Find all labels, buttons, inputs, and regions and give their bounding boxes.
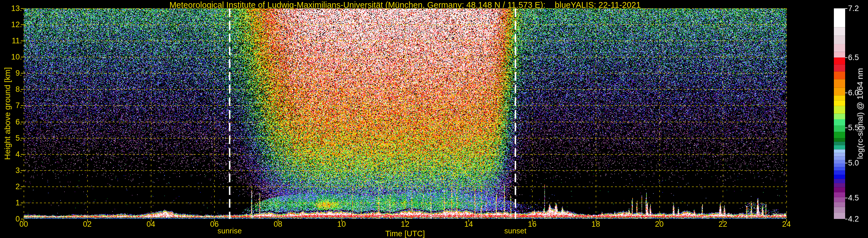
x-tick-label: 00 <box>14 220 33 228</box>
y-tick-label: 12. <box>0 20 22 29</box>
x-tick-label: 02 <box>78 220 97 228</box>
x-tick-label: 06 <box>205 220 224 228</box>
x-tick-label: 14 <box>459 220 478 228</box>
y-tick-label: 13. <box>0 4 22 13</box>
colorbar-tick-label: 7.2 <box>848 4 859 13</box>
x-axis-title: Time [UTC] <box>24 229 786 238</box>
y-tick-label: 3. <box>0 166 22 175</box>
x-tick-label: 12 <box>396 220 414 228</box>
colorbar-title: log(rc-signal) @ 1064 nm <box>856 68 865 159</box>
x-tick-label: 20 <box>650 220 669 228</box>
lidar-quicklook-page: Meteorological Institute of Ludwig-Maxim… <box>0 0 868 238</box>
x-tick-label: 08 <box>269 220 287 228</box>
y-tick-label: 2. <box>0 182 22 191</box>
colorbar-tick-label: 6.0 <box>848 89 859 97</box>
x-tick-label: 16 <box>523 220 541 228</box>
x-tick-label: 22 <box>714 220 732 228</box>
y-tick-label: 8. <box>0 85 22 94</box>
x-tick-label: 24 <box>777 220 796 228</box>
y-tick-label: 10. <box>0 53 22 61</box>
y-tick-label: 4. <box>0 150 22 159</box>
y-tick-label: 6. <box>0 117 22 126</box>
lidar-heatmap-canvas <box>0 0 868 238</box>
x-tick-label: 04 <box>142 220 160 228</box>
y-tick-label: 9. <box>0 69 22 77</box>
y-axis-title: Height above ground [km] <box>3 67 12 160</box>
page-title: Meteorological Institute of Ludwig-Maxim… <box>24 0 786 10</box>
colorbar-tick-label: 4.2 <box>848 215 859 223</box>
colorbar-tick-label: 4.5 <box>848 194 859 202</box>
colorbar-tick-label: 5.0 <box>848 159 859 167</box>
colorbar-tick-label: 5.5 <box>848 123 859 132</box>
x-tick-label: 18 <box>587 220 605 228</box>
y-tick-label: 7. <box>0 101 22 110</box>
y-tick-label: 1. <box>0 198 22 207</box>
x-tick-label: 10 <box>332 220 351 228</box>
y-tick-label: 5. <box>0 134 22 142</box>
y-tick-label: 11. <box>0 36 22 45</box>
colorbar-tick-label: 6.5 <box>848 53 859 62</box>
